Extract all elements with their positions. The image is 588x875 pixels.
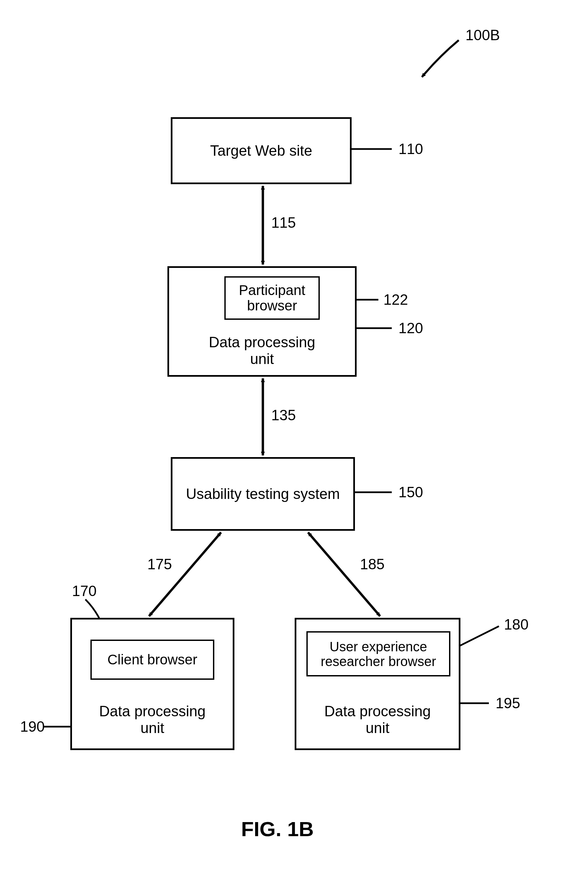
figure-caption: FIG. 1B (241, 817, 314, 841)
figure-ref-label: 100B (465, 27, 500, 44)
connector-185-label: 185 (360, 556, 384, 573)
box-participant-browser-text: Participant browser (239, 283, 305, 314)
ref-195: 195 (496, 695, 520, 711)
box-usability-system: Usability testing system (171, 457, 355, 531)
diagram-stage: 100B Target Web site 110 115 Data proces… (0, 0, 588, 875)
connector-175-label: 175 (147, 556, 172, 573)
svg-line-3 (308, 533, 380, 616)
box-ux-browser-text: User experience researcher browser (321, 639, 436, 669)
box-target-website-text: Target Web site (210, 142, 312, 159)
connector-135-label: 135 (271, 407, 296, 423)
box-participant-browser: Participant browser (224, 276, 320, 320)
box-target-website: Target Web site (171, 117, 352, 184)
box-client-dpu: Data processing unit (70, 618, 234, 750)
ref-170: 170 (72, 583, 96, 599)
connector-115-label: 115 (271, 214, 296, 231)
svg-line-2 (149, 533, 221, 616)
box-usability-system-text: Usability testing system (186, 486, 340, 503)
ref-190: 190 (20, 718, 45, 735)
box-ux-dpu-text: Data processing unit (324, 703, 431, 737)
box-client-dpu-text: Data processing unit (99, 703, 206, 737)
ref-120: 120 (399, 320, 423, 336)
box-client-browser: Client browser (90, 639, 214, 680)
ref-122: 122 (383, 291, 408, 308)
ref-110: 110 (399, 141, 423, 158)
ref-180: 180 (504, 616, 528, 633)
box-client-browser-text: Client browser (108, 652, 197, 667)
ref-150: 150 (399, 484, 423, 501)
box-participant-dpu-text: Data processing unit (209, 334, 315, 368)
box-ux-browser: User experience researcher browser (306, 631, 450, 677)
